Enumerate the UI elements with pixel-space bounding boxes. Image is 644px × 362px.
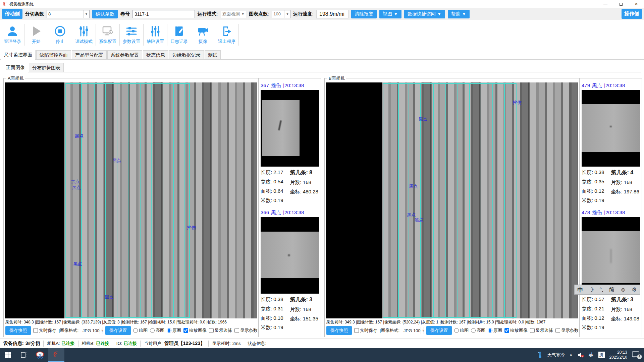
- tab-status-info[interactable]: 状态信息: [143, 50, 168, 59]
- tool-label: 停止: [56, 39, 64, 45]
- tab-defect-monitor[interactable]: 缺陷监控界面: [36, 50, 71, 59]
- data-quick-access-button[interactable]: 数据快捷访问 ▼: [404, 10, 445, 18]
- ime-emoji-icon[interactable]: ☺: [620, 287, 626, 293]
- help-menu-button[interactable]: 帮助 ▼: [448, 10, 470, 18]
- meters-label: 米数:: [582, 324, 593, 330]
- zoom-image-checkbox[interactable]: 缩放图像: [183, 327, 207, 334]
- minimize-button[interactable]: —: [598, 0, 613, 8]
- volume-muted-icon[interactable]: [577, 352, 584, 358]
- notification-center-button[interactable]: 6: [632, 351, 641, 359]
- image-format-select[interactable]: JPG 100∨: [402, 327, 424, 334]
- ime-halfmoon-icon[interactable]: ☽: [589, 287, 594, 293]
- show-edge-checkbox[interactable]: 显示边缘: [209, 327, 232, 334]
- debug-mode-button[interactable]: 调试模式: [73, 20, 95, 50]
- start-button[interactable]: [0, 348, 16, 362]
- defect-overlay-label: 黑点: [72, 185, 81, 191]
- strip-boundary-line: [504, 83, 505, 318]
- notification-badge: 6: [637, 354, 642, 359]
- hidden-icons-chevron[interactable]: ∧: [570, 353, 573, 357]
- defect-thumbnail[interactable]: [582, 217, 640, 294]
- area-value: 0.10: [273, 315, 283, 321]
- image-format-select[interactable]: JPG 100∨: [81, 327, 103, 334]
- roll-number-input[interactable]: [132, 10, 195, 18]
- material-plate: [582, 104, 640, 152]
- language-indicator[interactable]: 英: [589, 352, 594, 358]
- defect-id: 479: [582, 82, 590, 89]
- save-settings-button[interactable]: 保存设置: [426, 326, 452, 335]
- defect-thumbnail[interactable]: [261, 217, 319, 294]
- clear-alarm-button[interactable]: 清除报警: [351, 10, 377, 18]
- stop-button[interactable]: 停止: [49, 20, 71, 50]
- show-count-checkbox[interactable]: 显示条数: [234, 327, 258, 334]
- save-settings-button[interactable]: 保存设置: [105, 326, 131, 335]
- defect-card: 478 挫伤 |20:13:38 长度: 0.57 宽度: 0.21 面积: 0…: [582, 209, 640, 336]
- display-time-value: 2ms: [232, 341, 241, 346]
- exit-program-button[interactable]: 退出程序: [216, 20, 238, 50]
- defect-thumbnail[interactable]: [582, 90, 640, 167]
- close-button[interactable]: ✕: [629, 0, 644, 8]
- tab-test[interactable]: 测试: [205, 50, 221, 59]
- ime-simplified-icon[interactable]: 简: [609, 287, 614, 293]
- bright-image-radio[interactable]: 亮图: [150, 327, 164, 334]
- current-user-label: 当前用户:: [144, 341, 163, 347]
- tab-edge-data-record[interactable]: 边缘数据记录: [169, 50, 204, 59]
- snipping-tool-button[interactable]: [32, 348, 48, 362]
- pieces-value: 168: [624, 179, 632, 185]
- maximize-button[interactable]: [613, 0, 629, 8]
- defect-settings-button[interactable]: 缺陷设置: [144, 20, 166, 50]
- strip-count-select[interactable]: 8▼: [47, 10, 90, 18]
- realtime-save-checkbox[interactable]: 实时保存: [33, 327, 56, 334]
- original-image-label: 原图: [172, 327, 181, 334]
- show-count-checkbox[interactable]: 显示条数: [555, 327, 579, 334]
- save-snapshot-button[interactable]: 保存快照: [5, 326, 31, 335]
- defect-id: 366: [261, 209, 269, 216]
- tab-front-image[interactable]: 正面图像: [3, 63, 28, 72]
- weather-status[interactable]: 天气寒冷: [547, 352, 565, 358]
- log-record-button[interactable]: 日志记录: [168, 20, 190, 50]
- task-view-button[interactable]: [16, 348, 32, 362]
- chart-points-select[interactable]: 100▼: [272, 10, 290, 18]
- taskbar-clock[interactable]: 20:13 2025/2/10: [609, 350, 627, 360]
- view-menu-button[interactable]: 视图 ▼: [379, 10, 401, 18]
- camera-a-image[interactable]: 黑点黑点黑点黑点挫伤黑点黑点: [5, 82, 257, 318]
- run-mode-value: 双面检测: [222, 11, 240, 17]
- realtime-save-checkbox[interactable]: 实时保存: [354, 327, 377, 334]
- coord-value: 197.86: [624, 189, 639, 194]
- strip-boundary-line: [81, 83, 82, 318]
- parameter-settings-button[interactable]: 参数设置: [120, 20, 143, 50]
- defect-thumbnail[interactable]: [261, 90, 319, 167]
- defect-time: |20:13:38: [604, 209, 625, 216]
- ime-chinese-mode-icon[interactable]: 中: [577, 287, 583, 293]
- operator-side-button[interactable]: 操作侧: [622, 9, 642, 19]
- bright-image-radio[interactable]: 亮图: [471, 327, 485, 334]
- tab-size-monitor[interactable]: 尺寸监控界面: [1, 50, 36, 60]
- strip-label: 第几条:: [611, 170, 629, 175]
- ime-indicator[interactable]: 拼: [598, 352, 605, 358]
- camera-capture-button[interactable]: 摄像: [192, 20, 214, 50]
- system-tray: 天气寒冷 ∧ 英 拼 20:13 2025/2/10 6: [537, 348, 644, 362]
- ime-punctuation-icon[interactable]: °,: [599, 287, 603, 293]
- camera-b-image[interactable]: 挫伤黑点黑点黑点黑点: [326, 82, 578, 318]
- tab-distribution-trend[interactable]: 分布趋势图表: [29, 63, 64, 72]
- coord-label: 坐标:: [290, 316, 302, 321]
- confirm-strips-button[interactable]: 确认条数: [92, 10, 118, 18]
- inspection-app-taskbar-button[interactable]: [48, 348, 64, 362]
- dark-image-radio[interactable]: 暗图: [454, 327, 469, 334]
- strip-boundary-line: [409, 83, 409, 318]
- save-snapshot-button[interactable]: 保存快照: [326, 326, 352, 335]
- system-config-button[interactable]: 系统配置: [97, 20, 119, 50]
- ime-settings-gear-icon[interactable]: ⚙: [632, 287, 637, 293]
- run-mode-select[interactable]: 双面检测▼: [221, 10, 246, 18]
- tab-product-model-config[interactable]: 产品型号配置: [72, 50, 107, 59]
- admin-login-button[interactable]: 管理登录: [1, 20, 23, 50]
- show-edge-checkbox[interactable]: 显示边缘: [530, 327, 553, 334]
- start-button[interactable]: 开始: [25, 20, 47, 50]
- drive-side-button[interactable]: 传动侧: [2, 9, 22, 19]
- workspace: 正面图像 分布趋势图表 A面相机 黑点黑点黑点黑点挫伤黑点黑点 采集耗时: 34…: [0, 60, 644, 348]
- dark-image-radio[interactable]: 暗图: [133, 327, 148, 334]
- original-image-radio[interactable]: 原图: [488, 327, 502, 334]
- tab-system-param-config[interactable]: 系统参数配置: [107, 50, 142, 59]
- original-image-radio[interactable]: 原图: [167, 327, 181, 334]
- zoom-image-checkbox[interactable]: 缩放图像: [504, 327, 528, 334]
- exit-icon: [221, 25, 233, 37]
